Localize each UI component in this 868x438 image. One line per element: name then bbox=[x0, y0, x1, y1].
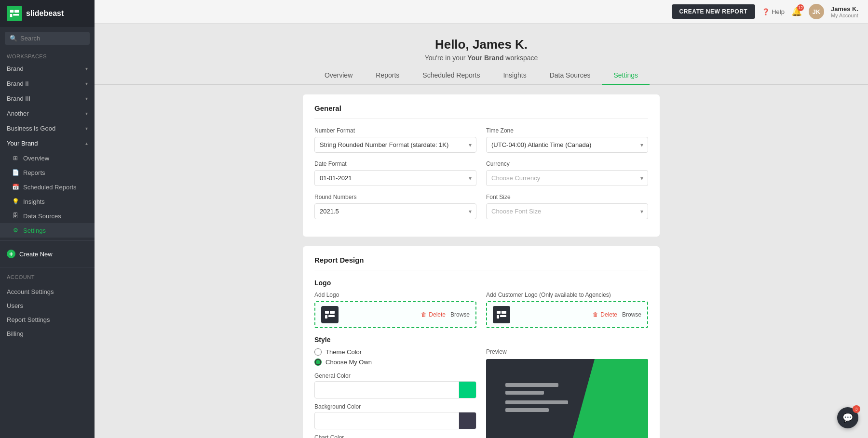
timezone-group: Time Zone (UTC-04:00) Atlantic Time (Can… bbox=[486, 127, 648, 153]
tab-insights[interactable]: Insights bbox=[491, 66, 538, 85]
chat-button[interactable]: 💬 3 bbox=[837, 407, 858, 428]
font-size-label: Font Size bbox=[486, 194, 648, 200]
number-format-select[interactable]: String Rounded Number Format (stardate: … bbox=[314, 137, 476, 153]
design-left: Theme Color Choose My Own General Color … bbox=[314, 348, 476, 438]
design-right: Preview bbox=[486, 348, 648, 438]
divider bbox=[0, 240, 95, 241]
preview-lines bbox=[505, 383, 568, 412]
create-new-report-button[interactable]: CREATE NEW REPORT bbox=[672, 4, 756, 19]
chart-color-label: Chart Color bbox=[314, 434, 476, 438]
browse-customer-logo-button[interactable]: Browse bbox=[622, 311, 641, 318]
file-icon: 📄 bbox=[12, 169, 19, 176]
page-subtitle: You're in your Your Brand workspace bbox=[104, 54, 858, 62]
help-button[interactable]: ❓ Help bbox=[762, 8, 785, 15]
round-numbers-select[interactable]: 2021.5 bbox=[314, 203, 476, 219]
theme-color-radio-label[interactable]: Theme Color bbox=[314, 348, 476, 356]
svg-rect-2 bbox=[10, 14, 13, 17]
sidebar-item-another[interactable]: Another ▾ bbox=[0, 106, 95, 121]
sidebar-sub-overview[interactable]: ⊞ Overview bbox=[0, 151, 95, 165]
plus-icon: + bbox=[7, 250, 15, 258]
general-section: General Number Format String Rounded Num… bbox=[303, 94, 660, 237]
add-logo-label: Add Logo bbox=[314, 292, 476, 298]
currency-select[interactable]: Choose Currency bbox=[486, 170, 648, 186]
svg-rect-6 bbox=[325, 315, 327, 319]
general-color-swatch[interactable] bbox=[459, 382, 476, 398]
report-design-title: Report Design bbox=[314, 256, 648, 270]
add-customer-logo-col: Add Customer Logo (Only available to Age… bbox=[486, 292, 648, 328]
create-new-button[interactable]: + Create New bbox=[0, 246, 95, 262]
sidebar-sub-scheduled-reports[interactable]: 📅 Scheduled Reports bbox=[0, 180, 95, 194]
font-size-select[interactable]: Choose Font Size bbox=[486, 203, 648, 219]
tab-settings[interactable]: Settings bbox=[602, 66, 650, 85]
topbar: CREATE NEW REPORT ❓ Help 🔔 12 JK James K… bbox=[95, 0, 868, 24]
notifications-button[interactable]: 🔔 12 bbox=[791, 6, 802, 17]
sidebar-item-brand[interactable]: Brand ▾ bbox=[0, 61, 95, 76]
delete-customer-logo-button[interactable]: 🗑 Delete bbox=[593, 311, 617, 318]
logo-row: Add Logo bbox=[314, 292, 648, 328]
sidebar-item-business-is-good[interactable]: Business is Good ▾ bbox=[0, 121, 95, 136]
add-customer-logo-label: Add Customer Logo (Only available to Age… bbox=[486, 292, 648, 298]
nav-tabs: Overview Reports Scheduled Reports Insig… bbox=[95, 66, 868, 85]
preview-shape bbox=[559, 359, 648, 438]
preview-box bbox=[486, 359, 648, 438]
help-icon: ❓ bbox=[762, 8, 770, 15]
design-row: Theme Color Choose My Own General Color … bbox=[314, 348, 648, 438]
round-numbers-group: Round Numbers 2021.5 bbox=[314, 194, 476, 219]
general-color-input-wrap: #00D17B bbox=[314, 381, 476, 398]
choose-own-radio-label[interactable]: Choose My Own bbox=[314, 358, 476, 366]
users-link[interactable]: Users bbox=[0, 299, 95, 313]
svg-rect-10 bbox=[497, 315, 499, 319]
preview-line-3 bbox=[505, 400, 568, 404]
background-color-swatch[interactable] bbox=[459, 412, 476, 429]
search-box[interactable]: 🔍 bbox=[5, 32, 90, 45]
divider bbox=[0, 267, 95, 267]
timezone-select[interactable]: (UTC-04:00) Atlantic Time (Canada) bbox=[486, 137, 648, 153]
date-format-select[interactable]: 01-01-2021 bbox=[314, 170, 476, 186]
tab-scheduled-reports[interactable]: Scheduled Reports bbox=[411, 66, 491, 85]
style-section-label: Style bbox=[314, 336, 648, 344]
search-input[interactable] bbox=[20, 35, 85, 42]
browse-logo-button[interactable]: Browse bbox=[450, 311, 470, 318]
chart-color-row: Chart Color #00D17B bbox=[314, 434, 476, 438]
sidebar-sub-data-sources[interactable]: 🗄 Data Sources bbox=[0, 209, 95, 223]
account-settings-link[interactable]: Account Settings bbox=[0, 285, 95, 299]
chevron-down-icon: ▾ bbox=[85, 81, 88, 86]
chevron-up-icon: ▴ bbox=[85, 141, 88, 146]
svg-rect-7 bbox=[328, 315, 335, 317]
settings-panel: General Number Format String Rounded Num… bbox=[293, 85, 669, 438]
number-format-group: Number Format String Rounded Number Form… bbox=[314, 127, 476, 153]
choose-own-radio[interactable] bbox=[314, 358, 322, 366]
sidebar-item-your-brand[interactable]: Your Brand ▴ bbox=[0, 136, 95, 151]
tab-overview[interactable]: Overview bbox=[313, 66, 364, 85]
sidebar-item-brand-ii[interactable]: Brand II ▾ bbox=[0, 76, 95, 91]
account-section: Account Settings Users Report Settings B… bbox=[0, 285, 95, 341]
notification-badge: 12 bbox=[797, 4, 804, 11]
delete-logo-button[interactable]: 🗑 Delete bbox=[421, 311, 446, 318]
sidebar-header: slidebeast bbox=[0, 0, 95, 27]
search-icon: 🔍 bbox=[10, 35, 17, 42]
sidebar-sub-insights[interactable]: 💡 Insights bbox=[0, 194, 95, 209]
form-row-2: Date Format 01-01-2021 Currency Choose C… bbox=[314, 160, 648, 186]
date-format-wrapper: 01-01-2021 bbox=[314, 170, 476, 186]
lightbulb-icon: 💡 bbox=[12, 198, 19, 205]
sidebar-sub-reports[interactable]: 📄 Reports bbox=[0, 165, 95, 180]
preview-line-4 bbox=[505, 408, 549, 412]
add-logo-col: Add Logo bbox=[314, 292, 476, 328]
svg-rect-1 bbox=[14, 10, 19, 13]
chevron-down-icon: ▾ bbox=[85, 66, 88, 71]
user-menu[interactable]: James K. My Account bbox=[831, 5, 858, 18]
chat-icon: 💬 bbox=[842, 412, 853, 423]
tab-data-sources[interactable]: Data Sources bbox=[538, 66, 602, 85]
sidebar-item-brand-iii[interactable]: Brand III ▾ bbox=[0, 91, 95, 106]
general-color-input[interactable]: #00D17B bbox=[315, 383, 459, 397]
tab-reports[interactable]: Reports bbox=[364, 66, 411, 85]
background-color-input[interactable]: #3C3B4C bbox=[315, 414, 459, 428]
sidebar-logo-icon bbox=[7, 6, 22, 21]
theme-color-radio[interactable] bbox=[314, 348, 322, 356]
sidebar-sub-settings[interactable]: ⚙ Settings bbox=[0, 223, 95, 238]
billing-link[interactable]: Billing bbox=[0, 327, 95, 341]
report-settings-link[interactable]: Report Settings bbox=[0, 313, 95, 327]
form-row-1: Number Format String Rounded Number Form… bbox=[314, 127, 648, 153]
chat-badge: 3 bbox=[853, 405, 860, 413]
timezone-wrapper: (UTC-04:00) Atlantic Time (Canada) bbox=[486, 137, 648, 153]
